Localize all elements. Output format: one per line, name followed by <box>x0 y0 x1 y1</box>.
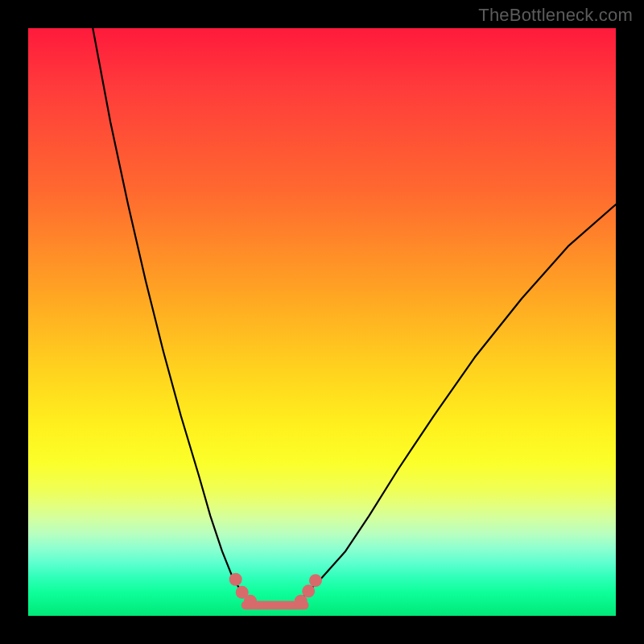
bottleneck-curve <box>28 28 616 616</box>
watermark-text: TheBottleneck.com <box>478 5 633 26</box>
curve-path <box>93 28 616 608</box>
valley-dot <box>309 574 322 587</box>
valley-dot <box>302 584 315 597</box>
valley-dot <box>244 595 257 608</box>
chart-frame: TheBottleneck.com <box>0 0 644 644</box>
valley-dot <box>229 573 242 586</box>
plot-area <box>28 28 616 616</box>
